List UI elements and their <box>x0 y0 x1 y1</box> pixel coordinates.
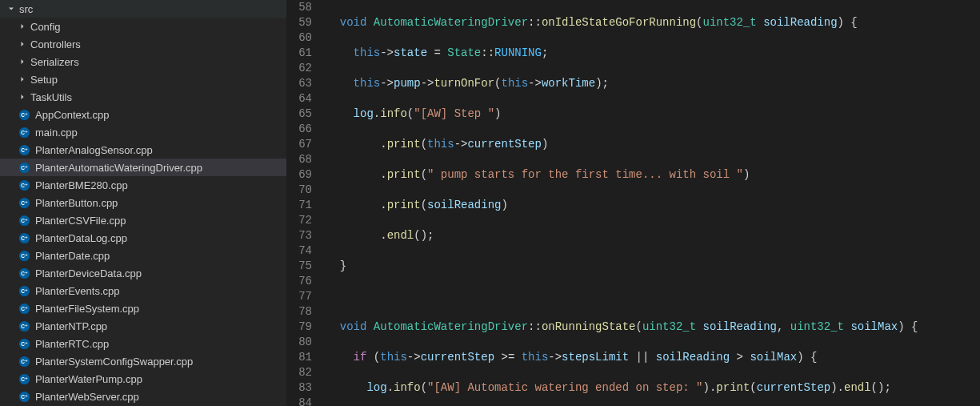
tree-file[interactable]: C⁺ PlanterAnalogSensor.cpp <box>0 141 286 159</box>
line-number: 68 <box>286 152 312 167</box>
tree-file[interactable]: C⁺ PlanterDeviceData.cpp <box>0 264 286 282</box>
tree-file[interactable]: C⁺ PlanterEvents.cpp <box>0 282 286 299</box>
cpp-file-icon: C⁺ <box>18 302 30 315</box>
svg-text:C⁺: C⁺ <box>21 271 28 276</box>
tree-file[interactable]: C⁺ PlanterDataLog.cpp <box>0 229 286 247</box>
chevron-right-icon <box>16 38 29 50</box>
line-number: 62 <box>286 61 312 76</box>
cpp-file-icon: C⁺ <box>18 231 30 244</box>
line-number-gutter: 5859606162636465666768697071727374757677… <box>286 0 326 406</box>
cpp-file-icon: C⁺ <box>18 249 30 262</box>
tree-file[interactable]: C⁺ main.cpp <box>0 123 286 141</box>
line-number: 78 <box>286 304 312 320</box>
cpp-file-icon: C⁺ <box>18 320 30 332</box>
tree-file-label: PlanterRTC.cpp <box>35 338 109 350</box>
cpp-file-icon: C⁺ <box>18 337 30 350</box>
tree-folder[interactable]: Serializers <box>0 53 286 70</box>
cpp-file-icon: C⁺ <box>18 267 30 279</box>
line-number: 84 <box>286 396 312 406</box>
svg-text:C⁺: C⁺ <box>21 183 28 188</box>
svg-text:C⁺: C⁺ <box>21 253 28 259</box>
cpp-file-icon: C⁺ <box>18 355 30 368</box>
tree-file[interactable]: C⁺ PlanterBME280.cpp <box>0 176 286 194</box>
line-number: 76 <box>286 274 312 289</box>
line-number: 74 <box>286 243 312 259</box>
tree-file-label: PlanterFileSystem.cpp <box>35 303 139 315</box>
cpp-file-icon: C⁺ <box>18 143 30 156</box>
tree-file-label: PlanterCSVFile.cpp <box>35 215 126 227</box>
tree-folder[interactable]: Controllers <box>0 35 286 53</box>
svg-text:C⁺: C⁺ <box>21 165 28 171</box>
cpp-file-icon: C⁺ <box>18 390 30 403</box>
line-number: 67 <box>286 137 312 152</box>
svg-text:C⁺: C⁺ <box>21 376 28 382</box>
tree-file-selected[interactable]: C⁺ PlanterAutomaticWateringDriver.cpp <box>0 159 286 176</box>
tree-file-label: AppContext.cpp <box>35 109 110 121</box>
svg-text:C⁺: C⁺ <box>21 147 28 153</box>
code-editor[interactable]: 5859606162636465666768697071727374757677… <box>286 0 980 406</box>
line-number: 66 <box>286 122 312 137</box>
tree-file[interactable]: C⁺ PlanterWaterPump.cpp <box>0 370 286 388</box>
tree-folder-label: TaskUtils <box>30 91 72 103</box>
svg-text:C⁺: C⁺ <box>21 218 28 223</box>
cpp-file-icon: C⁺ <box>18 179 30 191</box>
tree-folder[interactable]: Config <box>0 18 286 35</box>
tree-file[interactable]: C⁺ PlanterDate.cpp <box>0 247 286 264</box>
line-number: 80 <box>286 335 312 350</box>
tree-file-label: PlanterDataLog.cpp <box>35 232 127 244</box>
tree-file-label: PlanterAutomaticWateringDriver.cpp <box>35 162 202 174</box>
svg-text:C⁺: C⁺ <box>21 112 28 118</box>
tree-file[interactable]: C⁺ PlanterNTP.cpp <box>0 317 286 335</box>
cpp-file-icon: C⁺ <box>18 108 30 121</box>
cpp-file-icon: C⁺ <box>18 126 30 139</box>
svg-text:C⁺: C⁺ <box>21 200 28 206</box>
cpp-file-icon: C⁺ <box>18 372 30 385</box>
svg-text:C⁺: C⁺ <box>21 130 28 135</box>
line-number: 64 <box>286 91 312 107</box>
line-number: 83 <box>286 380 312 396</box>
line-number: 81 <box>286 350 312 365</box>
tree-file-label: main.cpp <box>35 127 78 139</box>
cpp-file-icon: C⁺ <box>18 284 30 297</box>
tree-folder-label: Controllers <box>30 38 81 50</box>
line-number: 69 <box>286 167 312 183</box>
tree-file-label: PlanterNTP.cpp <box>35 320 107 332</box>
tree-file[interactable]: C⁺ PlanterRTC.cpp <box>0 335 286 352</box>
tree-file[interactable]: C⁺ PlanterWebServer.cpp <box>0 388 286 405</box>
tree-file-label: PlanterDate.cpp <box>35 250 110 262</box>
tree-folder[interactable]: TaskUtils <box>0 88 286 106</box>
file-explorer-sidebar[interactable]: src Config Controllers Serializers Setup… <box>0 0 286 406</box>
tree-file[interactable]: C⁺ PlanterButton.cpp <box>0 194 286 211</box>
cpp-file-icon: C⁺ <box>18 161 30 174</box>
svg-text:C⁺: C⁺ <box>21 324 28 329</box>
tree-folder[interactable]: Setup <box>0 70 286 88</box>
svg-text:C⁺: C⁺ <box>21 341 28 347</box>
line-number: 59 <box>286 15 312 30</box>
tree-folder-label: Setup <box>30 74 58 86</box>
chevron-right-icon <box>16 90 29 103</box>
line-number: 82 <box>286 365 312 380</box>
tree-folder-label: Config <box>30 21 61 33</box>
code-content[interactable]: void AutomaticWateringDriver::onIdleStat… <box>326 0 980 406</box>
line-number: 73 <box>286 228 312 243</box>
line-number: 60 <box>286 30 312 46</box>
tree-file[interactable]: C⁺ PlanterCSVFile.cpp <box>0 211 286 229</box>
line-number: 70 <box>286 183 312 198</box>
tree-file[interactable]: C⁺ PlanterSystemConfigSwapper.cpp <box>0 352 286 370</box>
line-number: 63 <box>286 76 312 91</box>
cpp-file-icon: C⁺ <box>18 214 30 227</box>
line-number: 75 <box>286 259 312 274</box>
tree-file-label: PlanterWebServer.cpp <box>35 391 139 403</box>
line-number: 65 <box>286 107 312 122</box>
tree-file[interactable]: C⁺ PlanterFileSystem.cpp <box>0 299 286 317</box>
tree-folder-root[interactable]: src <box>0 0 286 18</box>
line-number: 79 <box>286 320 312 335</box>
tree-file-label: PlanterBME280.cpp <box>35 179 128 191</box>
svg-text:C⁺: C⁺ <box>21 359 28 364</box>
tree-file-label: PlanterWaterPump.cpp <box>35 373 142 385</box>
tree-file[interactable]: C⁺ AppContext.cpp <box>0 106 286 123</box>
chevron-right-icon <box>16 20 29 33</box>
chevron-right-icon <box>16 55 29 68</box>
svg-text:C⁺: C⁺ <box>21 288 28 294</box>
svg-text:C⁺: C⁺ <box>21 235 28 241</box>
